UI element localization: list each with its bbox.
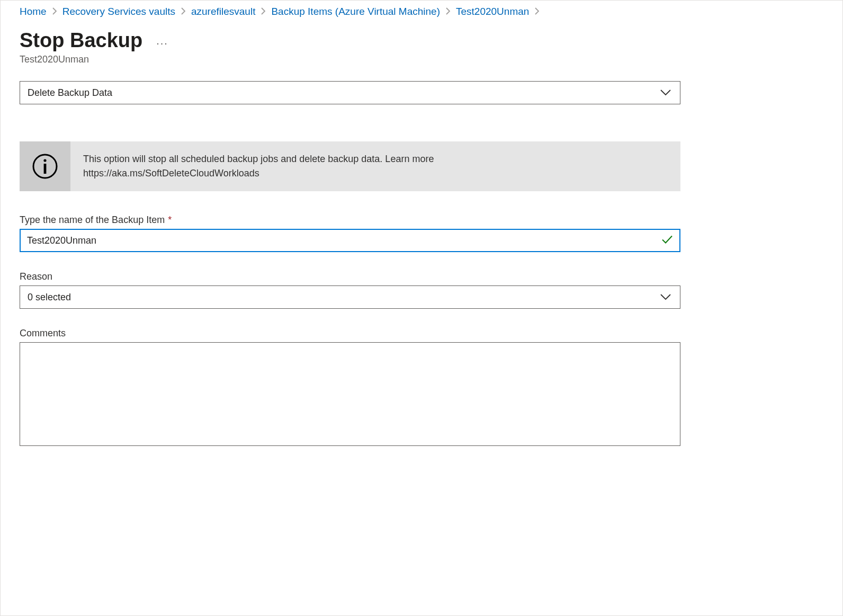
page-subtitle: Test2020Unman (1, 52, 842, 65)
info-icon (20, 141, 70, 191)
svg-point-1 (43, 159, 46, 162)
stop-backup-action-dropdown[interactable]: Delete Backup Data (20, 81, 680, 104)
chevron-right-icon (445, 7, 451, 16)
required-indicator: * (168, 215, 172, 225)
reason-dropdown[interactable]: 0 selected (20, 285, 680, 309)
page-title: Stop Backup (20, 29, 142, 52)
breadcrumb-link-item[interactable]: Test2020Unman (456, 6, 529, 17)
chevron-right-icon (52, 7, 57, 16)
chevron-right-icon (261, 7, 266, 16)
checkmark-icon (661, 235, 673, 246)
dropdown-value: 0 selected (28, 292, 71, 303)
backup-item-name-input[interactable] (20, 229, 680, 252)
chevron-down-icon (660, 293, 671, 301)
breadcrumb-link-backup-items[interactable]: Backup Items (Azure Virtual Machine) (271, 6, 440, 17)
breadcrumb: Home Recovery Services vaults azurefiles… (1, 1, 842, 17)
info-text-link[interactable]: https://aka.ms/SoftDeleteCloudWorkloads (83, 166, 434, 181)
dropdown-value: Delete Backup Data (28, 87, 112, 99)
chevron-down-icon (660, 89, 671, 96)
comments-textarea[interactable] (20, 342, 680, 446)
breadcrumb-link-vaults[interactable]: Recovery Services vaults (62, 6, 175, 17)
breadcrumb-link-home[interactable]: Home (20, 6, 47, 17)
chevron-right-icon (534, 7, 540, 16)
name-field-label: Type the name of the Backup Item* (20, 215, 680, 226)
chevron-right-icon (181, 7, 186, 16)
more-actions-button[interactable]: ··· (153, 35, 172, 51)
svg-rect-2 (44, 164, 47, 174)
comments-field-label: Comments (20, 328, 680, 339)
breadcrumb-link-vault[interactable]: azurefilesvault (191, 6, 255, 17)
info-banner: This option will stop all scheduled back… (20, 141, 680, 191)
ellipsis-icon: ··· (156, 37, 168, 49)
reason-field-label: Reason (20, 271, 680, 282)
info-text-line1: This option will stop all scheduled back… (83, 152, 434, 166)
